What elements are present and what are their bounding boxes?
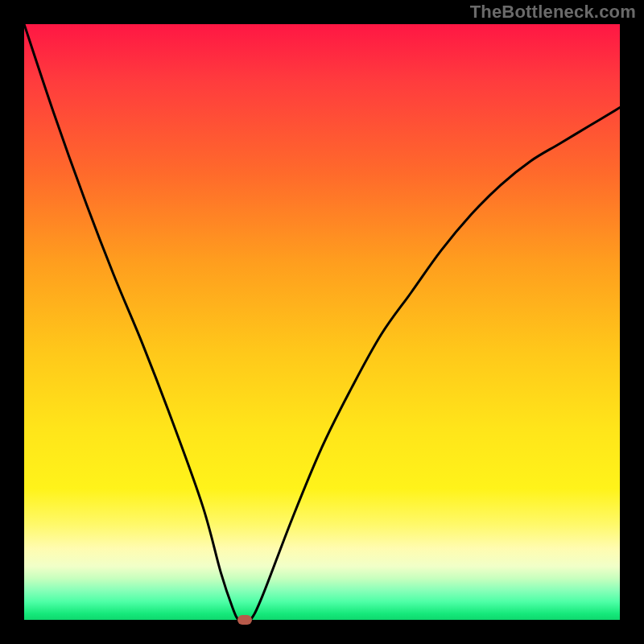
- chart-frame: TheBottleneck.com: [0, 0, 644, 644]
- watermark-text: TheBottleneck.com: [470, 2, 636, 23]
- bottleneck-curve: [24, 24, 620, 620]
- plot-area: [24, 24, 620, 620]
- min-marker: [237, 615, 252, 625]
- curve-svg: [24, 24, 620, 620]
